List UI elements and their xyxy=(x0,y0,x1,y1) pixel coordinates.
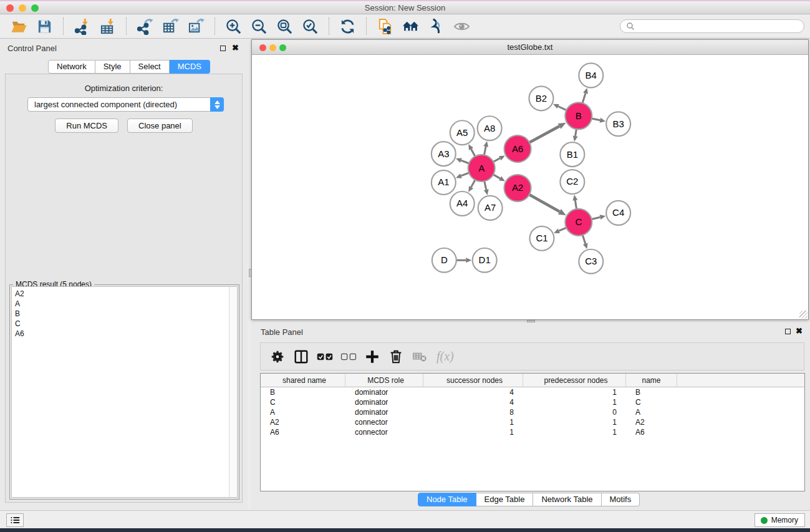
graph-node-D[interactable]: D xyxy=(432,248,456,273)
graph-node-C1[interactable]: C1 xyxy=(530,226,554,251)
graph-node-C3[interactable]: C3 xyxy=(579,249,603,274)
close-panel-icon[interactable]: ✖ xyxy=(232,44,239,51)
run-mcds-button[interactable]: Run MCDS xyxy=(55,118,118,133)
column-header-shared-name[interactable]: shared name xyxy=(261,374,345,387)
table-row[interactable]: A6connector11A6 xyxy=(261,427,804,437)
table-cell[interactable]: A2 xyxy=(261,417,345,427)
table-cell[interactable]: A6 xyxy=(626,427,677,437)
export-network-button[interactable] xyxy=(132,16,158,37)
table-cell[interactable]: 1 xyxy=(423,427,523,437)
import-network-button[interactable] xyxy=(69,16,95,37)
zoom-fit-button[interactable] xyxy=(272,16,297,37)
mcds-result-item[interactable]: B xyxy=(12,309,237,319)
add-column-button[interactable] xyxy=(360,345,384,369)
mcds-result-item[interactable]: A6 xyxy=(12,329,237,339)
column-header-mcds-role[interactable]: MCDS role xyxy=(345,374,423,387)
graph-edge-A-A1[interactable] xyxy=(461,173,469,176)
graph-node-A[interactable]: A xyxy=(468,155,495,181)
graph-node-C2[interactable]: C2 xyxy=(560,170,584,194)
graph-edge-C-C2[interactable] xyxy=(575,200,576,209)
open-session-button[interactable] xyxy=(6,16,32,37)
table-cell[interactable]: 1 xyxy=(523,387,626,397)
delete-column-button[interactable] xyxy=(384,345,408,369)
table-cell[interactable]: 4 xyxy=(423,397,523,407)
table-cell[interactable]: B xyxy=(626,387,677,397)
refresh-network-button[interactable] xyxy=(335,16,360,37)
table-cell[interactable]: B xyxy=(261,387,345,397)
graph-node-C4[interactable]: C4 xyxy=(606,201,630,225)
graph-node-A7[interactable]: A7 xyxy=(478,196,503,220)
table-cell[interactable]: dominator xyxy=(345,387,423,397)
graph-edge-A-A2[interactable] xyxy=(493,175,500,178)
column-header-successor-nodes[interactable]: successor nodes xyxy=(423,374,523,387)
table-cell[interactable]: connector xyxy=(345,417,423,427)
graph-edge-A-A8[interactable] xyxy=(484,147,486,155)
table-tab-network-table[interactable]: Network Table xyxy=(533,493,601,506)
graph-edge-A6-B[interactable] xyxy=(529,126,559,142)
close-table-panel-icon[interactable]: ✖ xyxy=(796,327,803,334)
export-image-button[interactable] xyxy=(183,16,209,37)
network-window-titlebar[interactable]: testGlobe.txt xyxy=(252,40,808,55)
graph-node-B[interactable]: B xyxy=(565,102,592,129)
zoom-selected-button[interactable] xyxy=(297,16,323,37)
zoom-in-button[interactable] xyxy=(221,16,246,37)
graph-node-B3[interactable]: B3 xyxy=(606,112,630,136)
import-table-button[interactable] xyxy=(95,16,120,37)
graph-edge-C-C1[interactable] xyxy=(559,228,566,231)
table-cell[interactable]: A xyxy=(626,407,677,417)
search-input[interactable] xyxy=(637,21,804,31)
mcds-result-list[interactable]: A2ABCA6 xyxy=(11,286,238,498)
scrollbar-track[interactable] xyxy=(229,287,237,497)
graph-node-A3[interactable]: A3 xyxy=(432,142,456,166)
float-panel-icon[interactable] xyxy=(220,46,226,51)
graph-node-A6[interactable]: A6 xyxy=(504,135,531,162)
network-overview-button[interactable] xyxy=(398,16,423,37)
graph-node-A8[interactable]: A8 xyxy=(478,116,502,140)
column-header-predecessor-nodes[interactable]: predecessor nodes xyxy=(523,374,626,387)
graph-edge-A-A3[interactable] xyxy=(461,160,469,163)
zoom-out-button[interactable] xyxy=(246,16,272,37)
show-columns-button[interactable] xyxy=(289,345,313,369)
table-row[interactable]: Cdominator41C xyxy=(261,397,804,407)
graph-edge-B-B4[interactable] xyxy=(582,94,586,104)
graph-edge-B-B1[interactable] xyxy=(576,129,577,136)
graph-node-B1[interactable]: B1 xyxy=(560,142,584,167)
graph-edge-C-C3[interactable] xyxy=(582,235,585,244)
table-cell[interactable]: A xyxy=(261,407,345,417)
graph-edge-A-A7[interactable] xyxy=(485,181,486,190)
tab-style[interactable]: Style xyxy=(95,60,130,74)
table-cell[interactable]: A2 xyxy=(626,417,677,427)
table-cell[interactable]: connector xyxy=(345,427,423,437)
table-cell[interactable]: 8 xyxy=(423,407,523,417)
function-builder-button[interactable]: f(x) xyxy=(436,349,454,364)
table-tab-motifs[interactable]: Motifs xyxy=(602,493,640,506)
graph-edge-C-C4[interactable] xyxy=(592,217,600,219)
table-row[interactable]: Adominator80A xyxy=(261,407,804,417)
float-table-panel-icon[interactable] xyxy=(785,329,791,334)
graph-edge-A-A4[interactable] xyxy=(471,180,475,187)
show-hide-eye-button[interactable] xyxy=(449,16,475,37)
table-cell[interactable]: 1 xyxy=(423,417,523,427)
tab-mcds[interactable]: MCDS xyxy=(170,60,210,74)
graph-node-B4[interactable]: B4 xyxy=(579,63,603,87)
table-row[interactable]: Bdominator41B xyxy=(261,387,804,397)
graph-node-A1[interactable]: A1 xyxy=(432,170,456,195)
graph-node-A5[interactable]: A5 xyxy=(450,120,475,145)
column-header-name[interactable]: name xyxy=(626,374,677,387)
table-cell[interactable]: dominator xyxy=(345,397,423,407)
graph-edge-A-A5[interactable] xyxy=(471,149,475,157)
table-cell[interactable]: dominator xyxy=(345,407,423,417)
tab-select[interactable]: Select xyxy=(130,60,170,74)
table-tab-node-table[interactable]: Node Table xyxy=(418,493,476,506)
table-cell[interactable]: 1 xyxy=(523,397,626,407)
table-cell[interactable]: 0 xyxy=(523,407,626,417)
graph-edge-B-B2[interactable] xyxy=(558,106,566,110)
table-settings-button[interactable] xyxy=(266,345,289,369)
table-tab-edge-table[interactable]: Edge Table xyxy=(476,493,534,506)
graph-edge-A-A6[interactable] xyxy=(493,158,500,162)
unselect-all-checkboxes-button[interactable] xyxy=(337,345,360,369)
graph-edge-A2-C[interactable] xyxy=(529,195,560,211)
graph-node-D1[interactable]: D1 xyxy=(473,248,497,273)
close-panel-button[interactable]: Close panel xyxy=(127,118,193,133)
table-cell[interactable]: C xyxy=(261,397,345,407)
